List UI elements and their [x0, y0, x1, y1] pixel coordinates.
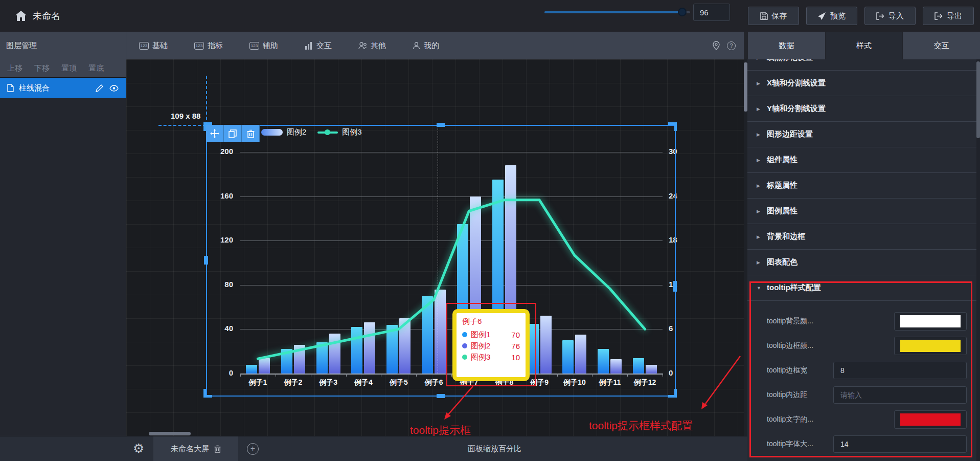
chevron-right-icon	[757, 59, 762, 60]
section-y-axis[interactable]: Y轴和分割线设置	[747, 96, 976, 122]
chevron-right-icon	[757, 260, 762, 265]
tab-label: 其他	[371, 41, 386, 51]
drag-move-button[interactable]	[206, 125, 224, 142]
layer-item-bar-line[interactable]: 柱线混合	[0, 78, 126, 98]
tab-style[interactable]: 样式	[825, 32, 903, 59]
trash-icon[interactable]	[214, 445, 221, 453]
eye-icon[interactable]	[109, 85, 119, 92]
legend-item-series3[interactable]: 图例3	[317, 127, 361, 137]
canvas-hscrollbar-thumb[interactable]	[149, 432, 191, 435]
tab-interact[interactable]: 交互	[902, 32, 980, 59]
chart-legend: 图例2 图例3	[261, 127, 362, 137]
selection-toolbar	[206, 125, 260, 142]
export-button[interactable]: 导出	[923, 7, 974, 25]
selection-outline	[206, 125, 676, 397]
canvas-scrollbar-thumb[interactable]	[744, 62, 747, 112]
move-up-button[interactable]: 上移	[7, 63, 22, 73]
edit-pencil-icon[interactable]	[96, 84, 103, 92]
tab-label: 指标	[208, 41, 223, 51]
delete-button[interactable]	[242, 125, 260, 142]
section-x-axis[interactable]: X轴和分割线设置	[747, 71, 976, 96]
chevron-right-icon	[757, 106, 762, 112]
annotation-panel-label: tooltip提示框样式配置	[589, 419, 693, 433]
settings-gear-icon[interactable]: ⚙	[133, 441, 144, 456]
section-label: 线点标记设置	[767, 59, 813, 62]
preview-button[interactable]: 预览	[806, 7, 857, 25]
section-label: X轴和分割线设置	[767, 78, 826, 88]
chevron-right-icon	[757, 81, 762, 86]
save-button[interactable]: 保存	[748, 7, 799, 25]
app-window: 未命名 保存 预览 导入 导出 图层管理 基础 指标	[0, 0, 980, 461]
annotation-box-tooltip	[446, 303, 536, 386]
section-legend-props[interactable]: 图例属性	[747, 199, 976, 224]
canvas-scrollbar-track[interactable]	[744, 59, 747, 436]
annotation-tooltip-label: tooltip提示框	[410, 423, 471, 437]
resize-handle-top-right[interactable]	[668, 122, 677, 131]
header-actions: 保存 预览 导入 导出	[748, 7, 974, 25]
section-label: 图表配色	[767, 257, 797, 267]
resize-handle-bottom-right[interactable]	[668, 389, 677, 398]
add-screen-icon[interactable]	[247, 443, 259, 455]
page-title: 未命名	[33, 10, 60, 22]
tab-data[interactable]: 数据	[747, 32, 825, 59]
import-button[interactable]: 导入	[864, 7, 916, 25]
resize-handle-bottom[interactable]	[437, 394, 445, 398]
section-background-border[interactable]: 背景和边框	[747, 224, 976, 250]
resize-handle-bottom-left[interactable]	[203, 389, 212, 398]
legend-label: 图例3	[342, 127, 361, 137]
screen-name: 未命名大屏	[171, 444, 209, 454]
zoom-slider-handle[interactable]	[678, 8, 687, 16]
help-icon[interactable]	[727, 41, 736, 50]
copy-button[interactable]	[224, 125, 242, 142]
home-button[interactable]: 未命名	[15, 10, 60, 22]
section-chart-colors[interactable]: 图表配色	[747, 250, 976, 275]
section-title-props[interactable]: 标题属性	[747, 173, 976, 199]
legend-item-series2[interactable]: 图例2	[261, 127, 306, 137]
move-icon	[210, 129, 219, 138]
export-label: 导出	[947, 11, 962, 21]
import-label: 导入	[888, 11, 904, 21]
tab-interaction[interactable]: 交互	[305, 41, 332, 51]
export-icon	[935, 12, 943, 20]
bring-front-button[interactable]: 置顶	[61, 63, 77, 73]
chevron-right-icon	[757, 209, 762, 214]
send-back-button[interactable]: 置底	[88, 63, 104, 73]
size-indicator: 109 x 88	[171, 112, 200, 120]
section-label: 组件属性	[767, 155, 797, 165]
preview-icon	[818, 12, 826, 20]
zoom-value-input[interactable]	[693, 4, 730, 21]
section-label: 标题属性	[767, 181, 797, 190]
chevron-right-icon	[757, 234, 762, 239]
section-line-point-marker[interactable]: 线点标记设置	[747, 59, 976, 71]
tab-mine[interactable]: 我的	[413, 41, 439, 51]
resize-handle-top[interactable]	[437, 123, 445, 127]
tab-label: 交互	[316, 41, 332, 51]
zoom-label: 面板缩放百分比	[468, 444, 521, 454]
tab-indicator[interactable]: 指标	[194, 41, 223, 51]
section-label: 图形边距设置	[767, 129, 813, 139]
bar-legend-swatch-icon	[261, 129, 283, 136]
section-label: 图例属性	[767, 206, 797, 216]
resize-handle-right[interactable]	[673, 281, 677, 292]
tab-others[interactable]: 其他	[358, 41, 386, 51]
screen-tab[interactable]: 未命名大屏	[153, 436, 238, 461]
trash-icon	[247, 129, 255, 138]
layer-item-icons	[96, 84, 119, 92]
move-down-button[interactable]: 下移	[34, 63, 50, 73]
section-margins[interactable]: 图形边距设置	[747, 122, 976, 147]
badge-123-icon	[249, 42, 259, 50]
resize-handle-left[interactable]	[204, 256, 208, 265]
users-icon	[358, 42, 367, 50]
section-component-props[interactable]: 组件属性	[747, 147, 976, 173]
tab-auxiliary[interactable]: 辅助	[249, 41, 278, 51]
toolbar-right-icons	[713, 41, 736, 50]
panel-scrollbar-thumb[interactable]	[976, 61, 980, 138]
legend-label: 图例2	[287, 127, 306, 137]
chevron-right-icon	[757, 132, 762, 137]
chevron-right-icon	[757, 183, 762, 188]
tab-basic[interactable]: 基础	[139, 41, 168, 51]
line-legend-marker-icon	[317, 129, 338, 136]
location-pin-icon[interactable]	[713, 41, 720, 50]
layer-panel-title: 图层管理	[0, 32, 126, 59]
alignment-guide-horizontal	[158, 125, 206, 126]
